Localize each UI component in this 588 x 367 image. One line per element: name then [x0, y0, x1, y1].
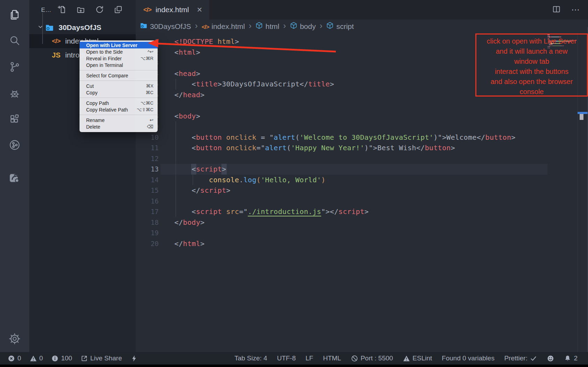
new-file-icon[interactable] — [57, 5, 67, 14]
menu-item-delete[interactable]: Delete⌫ — [80, 123, 158, 130]
extensions-icon[interactable] — [7, 112, 22, 127]
new-folder-icon[interactable] — [76, 5, 85, 14]
breadcrumb-item-index-html[interactable]: </>index.html — [202, 22, 245, 31]
live-share-icon[interactable] — [7, 138, 22, 152]
code-line-10[interactable]: 10 <button onclick = "alert('Welcome to … — [136, 132, 588, 143]
code-line-15[interactable]: 15 </script> — [136, 185, 588, 196]
code-line-8[interactable]: 8<body> — [136, 111, 588, 122]
status-item-found-0-variables[interactable]: Found 0 variables — [442, 354, 495, 362]
status-item-text: Live Share — [90, 354, 122, 362]
code-line-17[interactable]: 17 <script src="./introduction.js"></scr… — [136, 206, 588, 217]
line-number[interactable]: 10 — [136, 133, 159, 141]
status-item-2[interactable]: 2 — [564, 354, 578, 362]
status-item-prettier-[interactable]: Prettier: — [504, 354, 537, 362]
line-number[interactable]: 20 — [136, 240, 159, 247]
line-number[interactable]: 16 — [136, 197, 159, 205]
more-actions-icon[interactable]: ⋯ — [571, 5, 580, 15]
tab-index-html[interactable]: </> index.html ✕ — [136, 0, 209, 20]
status-item-smiley[interactable] — [547, 355, 554, 362]
collapse-all-icon[interactable] — [114, 5, 123, 14]
code-line-13[interactable]: 13 <script> — [136, 164, 588, 175]
line-number[interactable]: 17 — [136, 208, 159, 215]
refresh-icon[interactable] — [95, 5, 104, 14]
menu-item-copy-path[interactable]: Copy Path⌥⌘C — [80, 100, 158, 106]
code-line-14[interactable]: 14 console.log('Hello, World') — [136, 175, 588, 185]
menu-item-open-with-live-server[interactable]: Open with Live Server — [80, 42, 158, 48]
editor-tab-bar: </> index.html ✕ ⋯ — [136, 0, 588, 20]
breadcrumb-separator: › — [282, 21, 287, 32]
status-item-text: Port : 5500 — [361, 354, 393, 362]
code-line-11[interactable]: 11 <button onclick="alert('Happy New Yea… — [136, 143, 588, 153]
code-line-12[interactable]: 12 — [136, 153, 588, 164]
line-number[interactable]: 15 — [136, 186, 159, 194]
tree-root-folder[interactable]: 30DaysOfJS — [29, 21, 136, 34]
menu-separator — [80, 115, 158, 115]
status-item-port-5500[interactable]: Port : 5500 — [351, 354, 393, 362]
status-item-0[interactable]: 0 — [30, 354, 43, 362]
debug-icon[interactable] — [7, 86, 22, 101]
status-item-utf-8[interactable]: UTF-8 — [277, 354, 296, 362]
code-line-20[interactable]: 20</html> — [136, 238, 588, 249]
code-text: <html> — [174, 48, 200, 56]
menu-item-label: Copy Path — [86, 100, 141, 106]
menu-item-shortcut: ⌥⌘C — [141, 100, 153, 106]
breadcrumb-item-script[interactable]: script — [326, 22, 354, 31]
menu-item-label: Cut — [86, 83, 146, 89]
menu-item-copy-relative-path[interactable]: Copy Relative Path⌥⇧⌘C — [80, 106, 158, 113]
line-number[interactable]: 18 — [136, 219, 159, 226]
breadcrumb-item-body[interactable]: body — [290, 22, 316, 31]
menu-item-cut[interactable]: Cut⌘X — [80, 83, 158, 89]
check-icon — [530, 355, 537, 362]
code-line-9[interactable]: 9 — [136, 121, 588, 132]
tab-label: index.html — [156, 6, 189, 14]
line-number[interactable]: 13 — [136, 165, 159, 173]
breadcrumb-item-30DaysOfJS[interactable]: 30DaysOfJS — [140, 22, 191, 31]
menu-item-reveal-in-finder[interactable]: Reveal in Finder⌥⌘R — [80, 55, 158, 62]
chevron-down-icon — [37, 23, 45, 32]
menu-item-shortcut: ↩ — [150, 117, 153, 123]
annotation-box: click on open with Live Severand it will… — [475, 33, 588, 97]
scrollbar-handle[interactable] — [580, 114, 583, 120]
html-file-icon: </> — [143, 6, 151, 14]
html-file-icon: </> — [51, 37, 61, 45]
status-item-eslint[interactable]: ESLint — [403, 354, 432, 362]
line-number[interactable]: 19 — [136, 229, 159, 237]
search-icon[interactable] — [7, 33, 22, 48]
menu-item-shortcut: ⌘C — [146, 90, 153, 95]
line-number[interactable]: 12 — [136, 155, 159, 162]
line-number[interactable]: 14 — [136, 176, 159, 184]
settings-gear-icon[interactable] — [7, 331, 22, 346]
close-tab-icon[interactable]: ✕ — [197, 6, 203, 14]
status-item-text: Tab Size: 4 — [234, 354, 267, 362]
code-line-18[interactable]: 18</body> — [136, 217, 588, 228]
menu-item-open-to-the-side[interactable]: Open to the Side^↩ — [80, 48, 158, 55]
code-line-19[interactable]: 19 — [136, 228, 588, 238]
status-item-lf[interactable]: LF — [306, 354, 313, 362]
explorer-header-actions — [57, 5, 123, 14]
status-item-100[interactable]: 100 — [51, 354, 72, 362]
status-item-live-share[interactable]: Live Share — [81, 354, 122, 362]
breadcrumb-item-html[interactable]: html — [255, 22, 279, 31]
code-line-16[interactable]: 16 — [136, 196, 588, 207]
explorer-icon[interactable] — [7, 7, 22, 22]
source-control-icon[interactable] — [7, 60, 22, 74]
breadcrumb-separator: › — [318, 21, 324, 32]
menu-item-copy[interactable]: Copy⌘C — [80, 89, 158, 96]
code-text: <script src="./introduction.js"></script… — [174, 207, 369, 216]
status-bar: 00100Live Share Tab Size: 4UTF-8LFHTMLPo… — [0, 352, 588, 365]
status-item-html[interactable]: HTML — [323, 354, 341, 362]
publish-icon[interactable] — [7, 170, 22, 185]
status-item-0[interactable]: 0 — [8, 354, 21, 362]
context-menu: Open with Live ServerOpen to the Side^↩R… — [80, 40, 158, 132]
split-editor-icon[interactable] — [552, 5, 561, 15]
menu-item-rename[interactable]: Rename↩ — [80, 117, 158, 123]
menu-item-open-in-terminal[interactable]: Open in Terminal — [80, 62, 158, 68]
blocked-circle-icon — [351, 355, 358, 362]
menu-item-select-for-compare[interactable]: Select for Compare — [80, 72, 158, 79]
line-number[interactable]: 11 — [136, 144, 159, 152]
status-item-lightning[interactable] — [130, 355, 138, 362]
editor-region: </> index.html ✕ ⋯ 30DaysOfJS›</>index.h… — [136, 0, 588, 352]
folder-icon — [45, 23, 54, 32]
status-item-tab-size-4[interactable]: Tab Size: 4 — [234, 354, 267, 362]
code-line-7[interactable]: 7 — [136, 100, 588, 111]
